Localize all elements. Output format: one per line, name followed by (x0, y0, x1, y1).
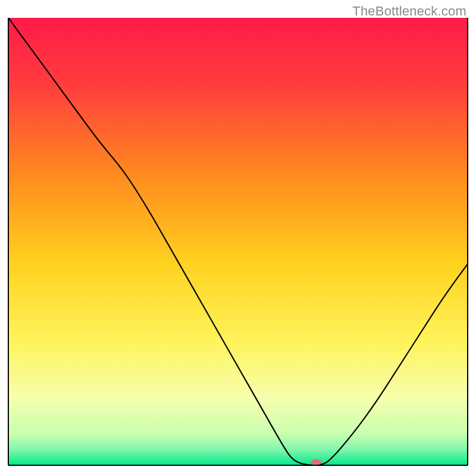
gradient-background (8, 18, 468, 465)
optimal-point-marker (311, 459, 321, 465)
bottleneck-chart (0, 0, 476, 476)
watermark-text: TheBottleneck.com (352, 4, 466, 19)
chart-container: TheBottleneck.com (0, 0, 476, 476)
